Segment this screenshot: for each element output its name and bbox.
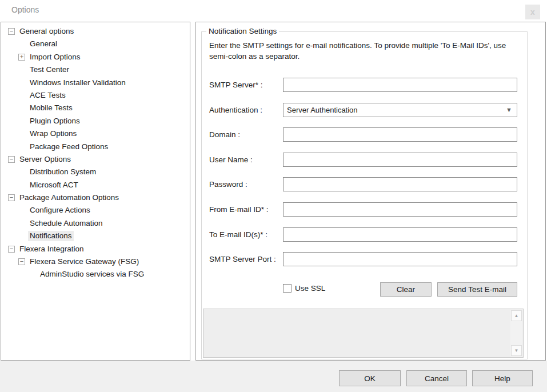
tree-item[interactable]: Windows Installer Validation xyxy=(1,77,190,89)
action-row: Use SSL Clear Send Test E-mail xyxy=(202,282,527,297)
form-field-row: User Name : xyxy=(209,153,520,167)
settings-panel: Notification Settings Enter the SMTP set… xyxy=(195,22,546,361)
tree-item[interactable]: − Flexera Service Gateway (FSG) xyxy=(1,255,190,268)
form-field-row: To E-mail ID(s)* : xyxy=(209,227,520,242)
tree-item[interactable]: Distribution System xyxy=(1,166,190,178)
collapse-icon[interactable]: − xyxy=(18,258,25,265)
tree-item-label: Server Options xyxy=(18,154,73,165)
scroll-down-icon: ▼ xyxy=(514,349,519,353)
tree-item-label: General xyxy=(28,39,59,49)
tree-item-label: Configure Actions xyxy=(28,205,92,215)
tree-item-label: Windows Installer Validation xyxy=(28,78,127,88)
field-label: User Name : xyxy=(209,155,283,164)
tree-item-label: Wrap Options xyxy=(28,129,78,139)
user-name-input[interactable] xyxy=(283,153,517,167)
tree-item-label: Notifications xyxy=(28,231,74,241)
smtp-server-input[interactable] xyxy=(283,78,517,92)
tree-item-label: ACE Tests xyxy=(28,90,67,101)
form-field-row: SMTP Server Port : xyxy=(209,252,520,266)
expand-icon[interactable]: + xyxy=(18,54,25,61)
ok-button[interactable]: OK xyxy=(339,370,401,386)
tree-item-label: Distribution System xyxy=(28,167,98,177)
settings-description: Enter the SMTP settings for e-mail notif… xyxy=(209,40,509,62)
tree-item[interactable]: General xyxy=(1,38,190,50)
use-ssl-label: Use SSL xyxy=(295,284,325,293)
notification-settings-group: Notification Settings Enter the SMTP set… xyxy=(201,31,528,359)
dialog-footer: OK Cancel Help xyxy=(0,361,547,392)
tree-item[interactable]: − Package Automation Options xyxy=(1,191,190,204)
tree-item[interactable]: Package Feed Options xyxy=(1,141,190,153)
form-field-row: Password : xyxy=(209,177,520,191)
tree-item[interactable]: Notifications xyxy=(1,230,190,242)
use-ssl-checkbox[interactable] xyxy=(283,284,292,293)
chevron-down-icon: ▼ xyxy=(506,103,512,117)
close-icon: x xyxy=(530,8,535,16)
window-title: Options xyxy=(11,5,39,14)
field-label: From E-mail ID* : xyxy=(209,205,283,214)
to-email-ids-input[interactable] xyxy=(283,227,517,242)
tree-item[interactable]: AdminStudio services via FSG xyxy=(1,268,190,281)
tree-item[interactable]: + Import Options xyxy=(1,51,190,63)
tree-item[interactable]: Microsoft ACT xyxy=(1,179,190,191)
tree-item[interactable]: Configure Actions xyxy=(1,204,190,217)
collapse-icon[interactable]: − xyxy=(8,194,15,201)
form-field-row: From E-mail ID* : xyxy=(209,202,520,217)
tree-item-label: Schedule Automation xyxy=(28,218,105,229)
cancel-button[interactable]: Cancel xyxy=(406,370,467,386)
password-input[interactable] xyxy=(283,177,517,191)
smtp-server-port-input[interactable] xyxy=(283,252,517,266)
combobox-value: Server Authentication xyxy=(287,106,358,114)
status-output-box[interactable]: ▲ ▼ xyxy=(203,309,524,358)
tree-item-label: AdminStudio services via FSG xyxy=(38,269,146,279)
titlebar: Options x xyxy=(0,0,547,22)
help-button[interactable]: Help xyxy=(472,370,533,386)
scroll-up-button[interactable]: ▲ xyxy=(511,310,522,321)
options-tree: − General options General + Import Optio… xyxy=(1,22,190,361)
clear-button[interactable]: Clear xyxy=(380,282,432,297)
tree-item[interactable]: Test Center xyxy=(1,63,190,76)
field-label: SMTP Server Port : xyxy=(209,255,283,263)
tree-item-label: General options xyxy=(18,26,75,37)
form-field-row: SMTP Server* : xyxy=(209,78,520,92)
tree-item[interactable]: − General options xyxy=(1,25,190,38)
field-label: Authentication : xyxy=(209,106,283,114)
tree-item[interactable]: − Flexera Integration xyxy=(1,243,190,255)
tree-item-label: Test Center xyxy=(28,65,71,75)
collapse-icon[interactable]: − xyxy=(8,28,15,35)
field-label: Password : xyxy=(209,180,283,189)
tree-item-label: Microsoft ACT xyxy=(28,180,80,190)
collapse-icon[interactable]: − xyxy=(8,246,15,253)
tree-item[interactable]: − Server Options xyxy=(1,153,190,166)
tree-item-label: Plugin Options xyxy=(28,116,82,126)
field-label: SMTP Server* : xyxy=(209,81,283,89)
form-field-row: Domain : xyxy=(209,127,520,142)
field-label: Domain : xyxy=(209,130,283,139)
tree-item[interactable]: Mobile Tests xyxy=(1,102,190,114)
tree-item-label: Package Automation Options xyxy=(18,193,121,203)
tree-item[interactable]: Wrap Options xyxy=(1,127,190,140)
send-test-email-button[interactable]: Send Test E-mail xyxy=(437,282,517,297)
tree-item-label: Package Feed Options xyxy=(28,142,110,152)
tree-item-label: Mobile Tests xyxy=(28,103,74,113)
tree-item[interactable]: ACE Tests xyxy=(1,89,190,102)
from-email-id-input[interactable] xyxy=(283,202,517,217)
field-label: To E-mail ID(s)* : xyxy=(209,230,283,239)
tree-item-label: Flexera Service Gateway (FSG) xyxy=(28,257,141,267)
status-scrollbar[interactable]: ▲ ▼ xyxy=(510,310,522,357)
scroll-up-icon: ▲ xyxy=(514,314,519,318)
tree-item-label: Flexera Integration xyxy=(18,244,86,254)
use-ssl-field[interactable]: Use SSL xyxy=(283,284,325,293)
scroll-down-button[interactable]: ▼ xyxy=(511,345,522,356)
tree-item-label: Import Options xyxy=(28,52,82,62)
form-field-row: Authentication : Server Authentication▼ xyxy=(209,103,520,117)
group-title: Notification Settings xyxy=(206,27,279,35)
close-button[interactable]: x xyxy=(525,5,540,19)
tree-item[interactable]: Schedule Automation xyxy=(1,217,190,230)
authentication-select[interactable]: Server Authentication▼ xyxy=(283,103,517,117)
domain-input[interactable] xyxy=(283,127,517,142)
collapse-icon[interactable]: − xyxy=(8,156,15,163)
options-dialog: Options x − General options General + Im… xyxy=(0,0,547,392)
tree-item[interactable]: Plugin Options xyxy=(1,115,190,127)
